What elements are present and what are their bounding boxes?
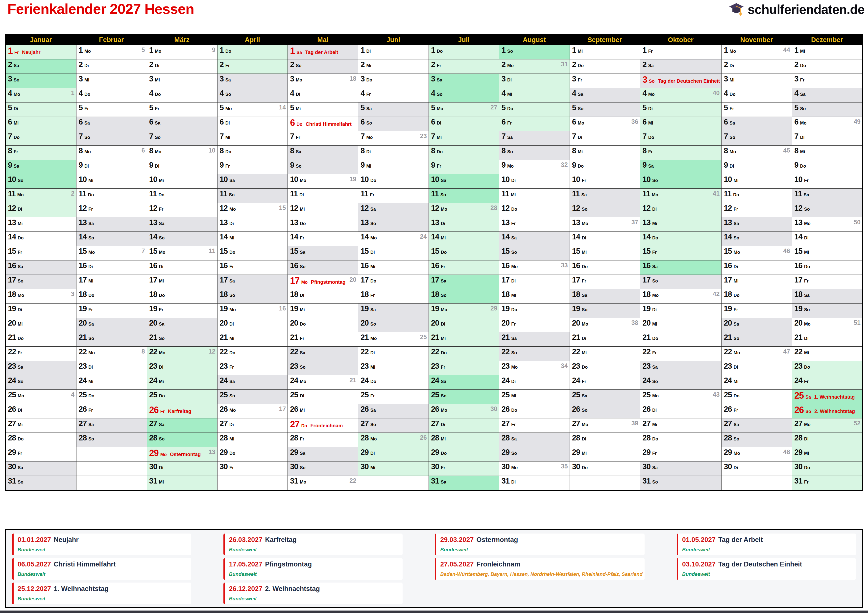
day-number: 28 <box>149 434 157 442</box>
day-number: 27 <box>643 419 651 428</box>
day-number: 7 <box>724 132 728 141</box>
day-number: 19 <box>431 304 439 313</box>
day-number: 8 <box>361 146 364 155</box>
day-number: 9 <box>643 161 646 169</box>
day-number: 19 <box>502 304 510 313</box>
weekday-label: Fr <box>300 437 304 441</box>
day-cell: 8Do <box>217 145 288 160</box>
day-cell: 31Mi <box>147 476 217 490</box>
weekday-label: Fr <box>88 207 93 212</box>
day-number: 8 <box>149 146 153 155</box>
day-cell: 23Di <box>721 361 792 375</box>
weekday-label: Mo <box>17 393 24 398</box>
day-number: 23 <box>149 362 157 370</box>
weekday-label: Mo <box>88 250 95 255</box>
months-grid: Januar1FrNeujahr2Sa3So4Mo15Di6Mi7Do8Fr9S… <box>6 35 862 490</box>
day-number: 11 <box>361 190 368 198</box>
day-number: 10 <box>572 175 580 184</box>
day-number: 18 <box>149 290 157 298</box>
weekday-label: Mo <box>300 178 306 183</box>
day-number: 1 <box>572 46 576 54</box>
day-cell: 6So <box>358 117 429 131</box>
day-cell: 19Mi <box>288 303 358 318</box>
day-cell: 15Mo46 <box>721 246 792 260</box>
day-cell: 26So <box>570 404 640 418</box>
day-cell: 9Fr <box>429 160 499 174</box>
weekday-label: Sa <box>88 322 94 326</box>
day-number: 12 <box>149 204 157 213</box>
day-number: 23 <box>79 362 87 370</box>
day-cell: 5Fr <box>147 102 217 117</box>
day-number: 12 <box>8 204 16 213</box>
day-number: 1 <box>220 46 224 54</box>
weekday-label: Do <box>17 437 23 441</box>
day-number: 21 <box>724 333 732 342</box>
day-number: 24 <box>643 376 651 385</box>
day-number: 27 <box>149 419 157 428</box>
day-cell: 21Mi <box>429 332 499 347</box>
weekday-label: Do <box>301 423 307 428</box>
day-number: 20 <box>794 319 802 327</box>
weekday-label: So <box>17 480 23 485</box>
day-number: 10 <box>431 175 439 184</box>
day-number: 31 <box>431 477 439 485</box>
weekday-label: Di <box>155 63 160 68</box>
day-number: 30 <box>572 462 580 471</box>
day-number: 26 <box>572 405 580 413</box>
day-cell: 26So2. Weihnachtstag <box>792 404 862 418</box>
day-cell: 7Do <box>640 131 722 145</box>
day-cell: 21So <box>76 332 147 347</box>
day-number: 28 <box>220 434 228 442</box>
brand-link[interactable]: schulferiendaten.de <box>729 2 865 17</box>
day-number: 17 <box>220 275 228 284</box>
day-cell: 5Fr <box>721 102 792 117</box>
day-number: 14 <box>502 233 510 241</box>
day-number: 21 <box>572 333 580 342</box>
holiday-label: Karfreitag <box>168 409 191 414</box>
day-cell: 28Mo26 <box>358 432 429 447</box>
weekday-label: Do <box>734 393 739 398</box>
day-cell: 28Sa <box>499 432 570 447</box>
day-cell: 13Sa <box>147 217 217 232</box>
day-cell: 16Do <box>792 260 862 275</box>
day-cell: 15Do <box>217 246 288 260</box>
day-number: 19 <box>79 304 87 313</box>
day-cell: 12Mo15 <box>217 203 288 217</box>
weekday-label: Fr <box>652 451 657 456</box>
day-number: 12 <box>643 204 651 213</box>
day-number: 11 <box>149 190 157 198</box>
day-cell: 16Fr <box>217 260 288 275</box>
day-cell: 8So <box>499 145 570 160</box>
day-number: 14 <box>149 233 157 241</box>
day-number: 4 <box>724 89 728 98</box>
day-number: 29 <box>431 448 439 457</box>
weekday-label: Sa <box>366 106 372 111</box>
day-number: 15 <box>290 247 298 255</box>
week-number: 29 <box>490 305 498 312</box>
day-number: 9 <box>361 161 364 169</box>
day-cell: 3So <box>6 73 76 88</box>
day-number: 3 <box>502 75 505 83</box>
weekday-label: Mo <box>734 250 740 255</box>
day-cell: 26Di <box>6 404 76 418</box>
weekday-label: Di <box>511 379 516 384</box>
weekday-label: So <box>804 207 810 212</box>
weekday-label: Di <box>159 264 163 269</box>
weekday-label: Fr <box>582 379 586 384</box>
weekday-label: So <box>300 465 305 470</box>
day-number: 26 <box>290 405 298 413</box>
weekday-label: So <box>17 178 23 183</box>
weekday-label: Mo <box>300 379 306 384</box>
day-cell: 2Fr <box>429 59 499 73</box>
day-number: 10 <box>149 175 157 184</box>
day-number: 12 <box>724 204 732 213</box>
day-cell: 13Sa <box>721 217 792 232</box>
day-number: 20 <box>431 319 439 327</box>
day-cell: 19Sa <box>358 303 429 318</box>
weekday-label: Di <box>734 465 738 470</box>
weekday-label: Mi <box>17 322 23 326</box>
weekday-label: Sa <box>507 135 513 140</box>
weekday-label: Mi <box>578 149 583 154</box>
day-cell: 18Do <box>147 289 217 303</box>
day-cell: 24Mo21 <box>288 375 358 389</box>
